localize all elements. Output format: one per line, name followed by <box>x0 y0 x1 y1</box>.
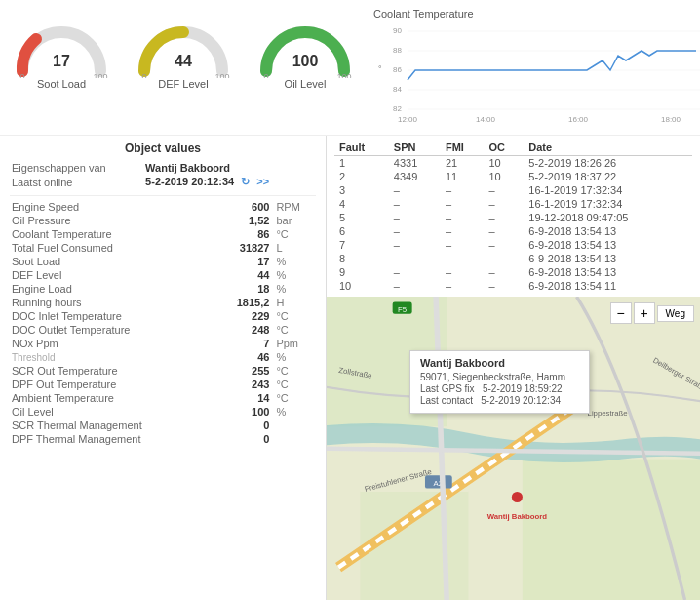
fault-cell: – <box>389 211 441 224</box>
prop-unit: H <box>274 296 316 309</box>
coolant-chart-svg: 90 88 86 84 82 ° 12:00 14:00 16:00 <box>373 21 700 129</box>
navigate-link[interactable]: >> <box>256 176 269 187</box>
oil-min: 0 <box>263 72 268 78</box>
prop-value: 46 <box>211 350 274 364</box>
eigenschappen-value: Wantij Bakboord <box>140 162 314 174</box>
prop-value: 31827 <box>211 241 274 255</box>
fault-cell: – <box>389 183 441 197</box>
map-section: A2 Deilberger Straße Zollstraße Freistuh… <box>327 297 700 600</box>
fault-cell: 19-12-2018 09:47:05 <box>524 211 692 224</box>
property-row: Ambient Temperature 14 °C <box>10 391 316 405</box>
left-panel: Object values Eigenschappen van Wantij B… <box>0 136 327 600</box>
def-min: 0 <box>141 72 146 78</box>
prop-label: DEF Level <box>10 268 211 282</box>
prop-value: 248 <box>211 323 274 337</box>
prop-value: 0 <box>211 432 274 446</box>
prop-value: 86 <box>211 227 274 241</box>
property-row: SCR Out Temperature 255 °C <box>10 364 316 378</box>
chart-section: Coolant Temperature 90 88 86 84 82 ° <box>359 8 700 131</box>
oil-value: 100 <box>292 53 319 69</box>
prop-unit: °C <box>274 364 316 378</box>
prop-label: DOC Outlet Temperature <box>10 323 211 337</box>
gps-label: Last GPS fix <box>420 383 475 394</box>
prop-value: 17 <box>211 255 274 268</box>
main-container: 17 0 100 Soot Load 44 0 100 DEF Level <box>0 0 700 600</box>
property-row: Soot Load 17 % <box>10 255 316 268</box>
fault-cell: – <box>441 211 485 224</box>
fault-cell: 6-9-2018 13:54:13 <box>524 252 692 265</box>
prop-label: Ambient Temperature <box>10 391 211 405</box>
property-row: Coolant Temperature 86 °C <box>10 227 316 241</box>
prop-value: 7 <box>211 337 274 350</box>
chart-x-1200: 12:00 <box>398 115 418 124</box>
top-row: 17 0 100 Soot Load 44 0 100 DEF Level <box>0 0 700 135</box>
fault-row: 4–––16-1-2019 17:32:34 <box>334 197 692 211</box>
prop-value: 1815,2 <box>211 296 274 309</box>
fault-table-head: Fault SPN FMI OC Date <box>334 140 692 156</box>
map-type-button[interactable]: Weg <box>657 305 694 322</box>
prop-label: Soot Load <box>10 255 211 268</box>
prop-label: DOC Inlet Temperature <box>10 309 211 323</box>
prop-label: SCR Out Temperature <box>10 364 211 378</box>
prop-unit: % <box>274 255 316 268</box>
fault-cell: 5-2-2019 18:26:26 <box>524 156 692 171</box>
prop-label: SCR Thermal Management <box>10 419 211 432</box>
prop-unit: % <box>274 282 316 296</box>
property-row: Threshold 46 % <box>10 350 316 364</box>
fault-cell: – <box>484 197 524 211</box>
prop-label: Engine Speed <box>10 200 211 214</box>
fault-cell: 8 <box>334 252 389 265</box>
fault-row: 5–––19-12-2018 09:47:05 <box>334 211 692 224</box>
property-row: Engine Speed 600 RPM <box>10 200 316 214</box>
prop-value: 600 <box>211 200 274 214</box>
fault-cell: – <box>389 197 441 211</box>
prop-unit: bar <box>274 214 316 227</box>
property-row: SCR Thermal Management 0 <box>10 419 316 432</box>
prop-value: 100 <box>211 405 274 419</box>
property-row: NOx Ppm 7 Ppm <box>10 337 316 350</box>
soot-load-svg: 17 0 100 <box>8 8 115 78</box>
fault-row: 6–––6-9-2018 13:54:13 <box>334 224 692 238</box>
fault-cell: 6-9-2018 13:54:13 <box>524 238 692 252</box>
col-fmi: FMI <box>441 140 485 156</box>
prop-value: 0 <box>211 419 274 432</box>
chart-title: Coolant Temperature <box>373 8 700 20</box>
right-panel: Fault SPN FMI OC Date 1433121105-2-2019 … <box>327 136 700 600</box>
prop-unit: °C <box>274 391 316 405</box>
fault-cell: 2 <box>334 170 389 183</box>
prop-unit <box>274 432 316 446</box>
fault-cell: 7 <box>334 238 389 252</box>
def-value: 44 <box>175 53 192 69</box>
prop-value: 255 <box>211 364 274 378</box>
property-row: DOC Outlet Temperature 248 °C <box>10 323 316 337</box>
fault-row: 10–––6-9-2018 13:54:11 <box>334 279 692 293</box>
col-spn: SPN <box>389 140 441 156</box>
chart-x-1800: 18:00 <box>661 115 681 124</box>
prop-unit: % <box>274 268 316 282</box>
chart-x-1600: 16:00 <box>568 115 589 124</box>
gauges-row: 17 0 100 Soot Load 44 0 100 DEF Level <box>8 8 359 90</box>
zoom-out-button[interactable]: − <box>610 302 632 324</box>
zoom-in-button[interactable]: + <box>634 302 655 324</box>
online-time: 5-2-2019 20:12:34 <box>145 176 234 187</box>
oil-level-svg: 100 0 100 <box>252 8 359 78</box>
chart-y-90: 90 <box>393 26 402 35</box>
fault-cell: – <box>441 238 485 252</box>
soot-max: 100 <box>93 72 107 78</box>
chart-x-1400: 14:00 <box>476 115 496 124</box>
map-svg: A2 Deilberger Straße Zollstraße Freistuh… <box>327 297 700 600</box>
refresh-icon[interactable]: ↻ <box>241 176 250 187</box>
svg-text:F5: F5 <box>398 305 407 314</box>
def-level-gauge: 44 0 100 DEF Level <box>130 8 237 90</box>
def-max: 100 <box>214 72 229 78</box>
fault-cell: – <box>441 183 485 197</box>
prop-label: DPF Out Temperature <box>10 378 211 391</box>
fault-cell: – <box>484 211 524 224</box>
oil-label: Oil Level <box>285 78 327 90</box>
fault-cell: 16-1-2019 17:32:34 <box>524 197 692 211</box>
online-row: Laatst online 5-2-2019 20:12:34 ↻ >> <box>12 176 314 188</box>
properties-table: Engine Speed 600 RPM Oil Pressure 1,52 b… <box>10 200 316 446</box>
fault-cell: 6-9-2018 13:54:13 <box>524 265 692 279</box>
map-info-gps: Last GPS fix 5-2-2019 18:59:22 <box>420 383 579 394</box>
fault-cell: – <box>389 224 441 238</box>
